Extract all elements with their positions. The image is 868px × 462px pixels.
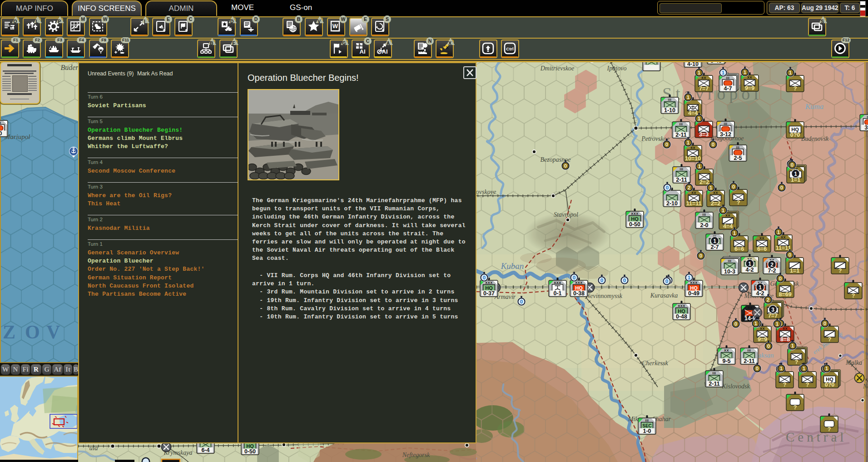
svg-text:XXX: XXX: [554, 281, 561, 285]
svg-text:?: ?: [828, 426, 831, 432]
svg-text:0: 0: [573, 275, 575, 280]
svg-text:2-11: 2-11: [709, 381, 719, 387]
svg-text:1: 1: [687, 140, 690, 145]
svg-text:0: 0: [520, 299, 523, 304]
svg-text:0: 0: [767, 343, 770, 349]
svg-text:ovskoye: ovskoye: [476, 189, 496, 195]
svg-text:0?0: 0?0: [825, 382, 835, 388]
svg-text:AI: AI: [360, 48, 366, 55]
svg-text:XX: XX: [781, 235, 786, 239]
svg-text:1-0: 1-0: [643, 428, 651, 434]
svg-text:1: 1: [754, 321, 758, 326]
svg-text:1=1: 1=1: [790, 268, 799, 274]
svg-text:3-12: 3-12: [720, 131, 731, 138]
svg-text:0: 0: [732, 184, 735, 189]
svg-text:Ipatovo: Ipatovo: [607, 65, 627, 72]
svg-text:XX: XX: [760, 327, 765, 331]
svg-text:0-50: 0-50: [244, 448, 256, 455]
svg-text:XX: XX: [0, 121, 1, 125]
svg-text:1: 1: [759, 284, 762, 291]
svg-text:XX: XX: [724, 348, 729, 353]
svg-text:?: ?: [783, 382, 787, 388]
svg-text:4-7: 4-7: [724, 85, 732, 92]
svg-text:1: 1: [744, 70, 747, 75]
svg-text:III: III: [703, 213, 706, 217]
svg-text:0: 0: [734, 321, 737, 327]
svg-text:XX: XX: [747, 75, 752, 79]
svg-text:Malka: Malka: [845, 359, 862, 366]
svg-text:1: 1: [825, 366, 828, 371]
svg-text:XX: XX: [690, 146, 695, 150]
svg-text:0: 0: [600, 278, 603, 283]
svg-text:1: 1: [748, 261, 751, 267]
svg-text:XX: XX: [783, 327, 788, 331]
svg-text:2: 2: [770, 262, 774, 268]
svg-text:2-5: 2-5: [734, 155, 742, 161]
svg-text:6-4: 6-4: [201, 447, 209, 453]
svg-text:0: 0: [665, 278, 668, 284]
svg-text:1: 1: [780, 366, 783, 371]
svg-text:AI: AI: [382, 48, 388, 55]
svg-text:9-5: 9-5: [722, 358, 730, 364]
svg-text:0: 0: [564, 163, 567, 169]
svg-text:1: 1: [791, 343, 794, 348]
svg-text:III: III: [724, 122, 728, 126]
svg-text:ula: ula: [89, 444, 98, 452]
svg-text:Buder: Buder: [60, 64, 79, 71]
svg-text:8=69: 8=69: [779, 291, 791, 298]
svg-text:6=6: 6=6: [734, 246, 744, 252]
svg-text:III: III: [736, 145, 740, 149]
svg-text:9=9: 9=9: [758, 336, 767, 343]
svg-text:2-10: 2-10: [666, 200, 678, 207]
svg-text:aksan: aksan: [758, 352, 774, 359]
svg-text:1: 1: [776, 321, 779, 327]
svg-text:2: 2: [688, 185, 690, 190]
svg-text:0: 0: [791, 162, 794, 168]
svg-text:Kuban: Kuban: [501, 261, 524, 271]
svg-text:1: 1: [698, 116, 701, 121]
svg-text:11=11: 11=11: [776, 245, 791, 251]
svg-text:1: 1: [803, 366, 806, 371]
svg-text:1: 1: [789, 70, 792, 75]
svg-text:?: ?: [828, 336, 832, 343]
svg-text:?: ?: [806, 382, 809, 388]
svg-text:1: 1: [722, 208, 725, 213]
svg-text:XXX: XXX: [631, 212, 639, 216]
svg-text:0-50: 0-50: [629, 221, 640, 228]
svg-text:Nevinnomyssk: Nevinnomyssk: [585, 293, 623, 299]
svg-text:III: III: [728, 259, 732, 263]
svg-text:XX: XX: [759, 236, 764, 240]
svg-text:Neftegorsk: Neftegorsk: [402, 452, 430, 458]
svg-text:?: ?: [794, 404, 797, 411]
svg-text:2: 2: [767, 297, 769, 303]
svg-text:10-3: 10-3: [724, 268, 735, 275]
svg-text:2-11: 2-11: [675, 132, 686, 138]
svg-text:XX: XX: [748, 306, 753, 310]
svg-text:?: ?: [737, 199, 740, 206]
svg-text:III: III: [726, 76, 730, 80]
svg-text:Kuma: Kuma: [805, 102, 824, 111]
svg-text:1: 1: [777, 229, 780, 235]
svg-text:7=7: 7=7: [699, 85, 709, 92]
svg-text:1: 1: [698, 70, 701, 75]
svg-text:Dmitrievskoe: Dmitrievskoe: [540, 65, 575, 72]
svg-text:Budenovsk: Budenovsk: [801, 135, 829, 142]
svg-text:0: 0: [789, 252, 791, 258]
svg-text:III: III: [748, 348, 751, 353]
svg-text:III: III: [668, 98, 672, 102]
svg-text:V: V: [46, 322, 60, 343]
svg-text:0: 0: [699, 253, 702, 258]
svg-text:0-37: 0-37: [483, 290, 495, 297]
svg-text:1-10: 1-10: [664, 107, 675, 114]
svg-text:8=8: 8=8: [780, 336, 790, 343]
svg-text:III: III: [680, 122, 683, 126]
svg-text:0-48: 0-48: [676, 313, 687, 320]
svg-text:1: 1: [733, 230, 736, 236]
svg-text:2-11: 2-11: [744, 358, 754, 364]
svg-text:Cherkessk: Cherkessk: [642, 360, 668, 367]
svg-text:O: O: [25, 322, 40, 343]
svg-text:2-11: 2-11: [676, 177, 687, 183]
svg-text:Nalc: Nalc: [863, 383, 868, 390]
svg-text:4=4: 4=4: [723, 223, 733, 229]
svg-text:1: 1: [698, 164, 701, 169]
